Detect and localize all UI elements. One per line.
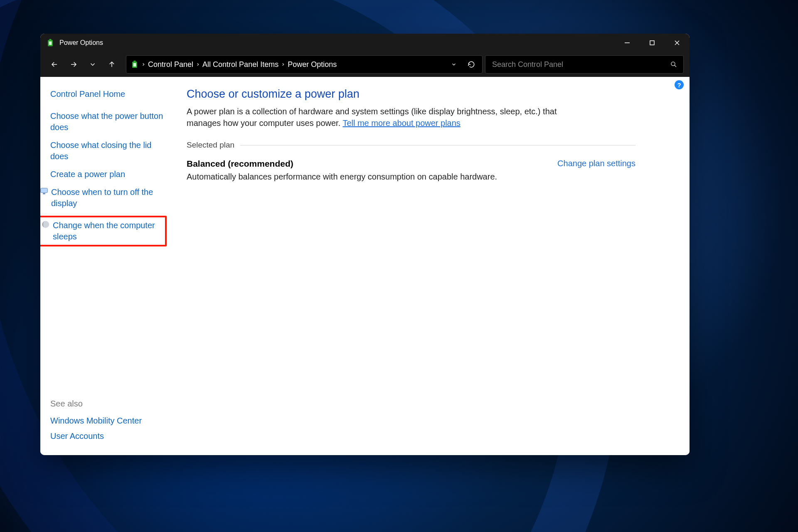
nav-up-button[interactable] — [103, 56, 120, 73]
search-icon — [670, 61, 677, 68]
svg-rect-1 — [49, 39, 52, 40]
search-input[interactable] — [491, 60, 670, 69]
titlebar: Power Options — [40, 34, 690, 52]
window-title: Power Options — [59, 39, 103, 47]
nav-history-dropdown[interactable] — [84, 56, 101, 73]
see-also-heading: See also — [50, 399, 164, 409]
selected-plan-section: Selected plan Balanced (recommended) Cha… — [187, 140, 635, 182]
divider — [240, 145, 635, 145]
search-box[interactable] — [485, 55, 684, 74]
sidebar: Control Panel Home Choose what the power… — [40, 77, 170, 455]
svg-point-13 — [671, 62, 675, 66]
breadcrumb-item[interactable]: Power Options — [288, 60, 337, 69]
breadcrumb: Control Panel All Control Panel Items Po… — [141, 60, 445, 69]
nav-back-button[interactable] — [46, 56, 63, 73]
main-panel: Choose or customize a power plan A power… — [170, 77, 690, 455]
svg-rect-15 — [41, 188, 48, 193]
address-bar[interactable]: Control Panel All Control Panel Items Po… — [126, 55, 483, 74]
task-link-close-lid[interactable]: Choose what closing the lid does — [50, 140, 164, 162]
help-button[interactable]: ? — [675, 80, 684, 89]
plan-description: Automatically balances performance with … — [187, 172, 635, 182]
page-description: A power plan is a collection of hardware… — [187, 106, 561, 129]
maximize-button[interactable] — [640, 34, 665, 52]
svg-line-14 — [675, 65, 676, 67]
desktop-wallpaper: Power Options — [0, 0, 798, 532]
power-options-window: Power Options — [40, 34, 690, 455]
svg-rect-11 — [134, 61, 136, 62]
chevron-right-icon — [141, 62, 145, 66]
see-also-mobility-center[interactable]: Windows Mobility Center — [50, 416, 164, 426]
change-plan-settings-link[interactable]: Change plan settings — [557, 159, 635, 168]
svg-rect-2 — [49, 42, 52, 45]
task-label: Change when the computer sleeps — [53, 220, 161, 242]
page-heading: Choose or customize a power plan — [187, 88, 635, 101]
battery-icon — [131, 60, 139, 69]
task-label: Create a power plan — [50, 169, 125, 180]
task-label: Choose what closing the lid does — [50, 140, 164, 162]
svg-rect-12 — [133, 63, 136, 66]
nav-forward-button[interactable] — [65, 56, 82, 73]
close-button[interactable] — [665, 34, 690, 52]
svg-rect-4 — [650, 41, 654, 45]
monitor-icon — [40, 187, 49, 196]
svg-rect-16 — [43, 193, 45, 195]
control-panel-home-link[interactable]: Control Panel Home — [50, 89, 164, 99]
see-also-user-accounts[interactable]: User Accounts — [50, 431, 164, 441]
task-link-power-button[interactable]: Choose what the power button does — [50, 111, 164, 133]
moon-icon — [41, 220, 50, 229]
battery-icon — [46, 39, 54, 47]
content-area: ? Control Panel Home Choose what the pow… — [40, 77, 690, 455]
task-link-computer-sleeps[interactable]: Change when the computer sleeps — [40, 216, 167, 246]
tell-me-more-link[interactable]: Tell me more about power plans — [342, 118, 460, 128]
breadcrumb-item[interactable]: All Control Panel Items — [202, 60, 278, 69]
task-label: Choose what the power button does — [50, 111, 164, 133]
breadcrumb-item[interactable]: Control Panel — [148, 60, 193, 69]
task-link-create-plan[interactable]: Create a power plan — [50, 169, 164, 180]
plan-name: Balanced (recommended) — [187, 159, 293, 169]
explorer-toolbar: Control Panel All Control Panel Items Po… — [40, 52, 690, 77]
selected-plan-legend: Selected plan — [187, 140, 234, 150]
chevron-right-icon — [281, 62, 285, 66]
minimize-button[interactable] — [615, 34, 640, 52]
refresh-button[interactable] — [465, 58, 478, 71]
chevron-right-icon — [196, 62, 200, 66]
address-history-dropdown[interactable] — [447, 58, 461, 71]
task-link-turn-off-display[interactable]: Choose when to turn off the display — [50, 187, 164, 209]
task-label: Choose when to turn off the display — [51, 187, 164, 209]
window-controls — [615, 34, 690, 52]
